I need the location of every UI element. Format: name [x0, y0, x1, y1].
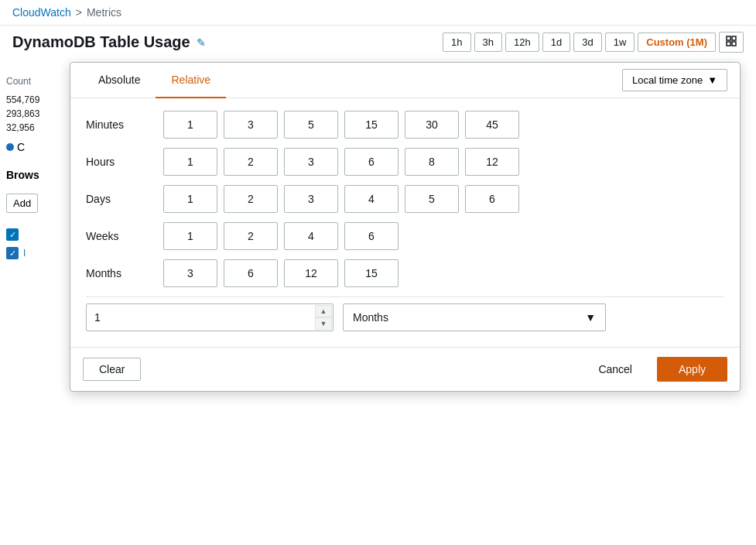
days-btn-6[interactable]: 6 [465, 185, 519, 213]
count-label: Count [0, 70, 62, 90]
breadcrumb-metrics: Metrics [87, 6, 121, 19]
months-btn-6[interactable]: 6 [224, 259, 278, 287]
add-button[interactable]: Add [6, 194, 38, 213]
breadcrumb: CloudWatch > Metrics [12, 6, 121, 19]
days-label: Days [86, 193, 163, 205]
days-btn-2[interactable]: 2 [224, 185, 278, 213]
page-header: DynamoDB Table Usage ✎ 1h 3h 12h 1d 3d 1… [0, 26, 756, 53]
unit-select-arrow-icon: ▼ [585, 311, 596, 324]
time-btn-3h[interactable]: 3h [474, 33, 502, 52]
hours-row: Hours 1 2 3 6 8 12 [86, 148, 724, 176]
minutes-btn-15[interactable]: 15 [344, 111, 399, 139]
svg-rect-0 [727, 36, 730, 40]
legend-item: C [0, 138, 62, 156]
months-row: Months 3 6 12 15 [86, 259, 724, 287]
minutes-btn-30[interactable]: 30 [405, 111, 459, 139]
count-val-2: 293,863 [6, 107, 56, 121]
months-btn-15[interactable]: 15 [344, 259, 399, 287]
custom-input-row: ▲ ▼ Months ▼ [86, 296, 724, 334]
custom-number-input[interactable] [86, 303, 334, 331]
grid-view-button[interactable] [719, 32, 744, 53]
cancel-button[interactable]: Cancel [583, 358, 648, 380]
count-values: 554,769 293,863 32,956 [0, 90, 62, 138]
timezone-select[interactable]: Local time zone ▼ [622, 69, 727, 91]
svg-rect-2 [727, 42, 730, 46]
spinner-up-button[interactable]: ▲ [315, 305, 332, 317]
custom-number-wrap: ▲ ▼ [86, 303, 334, 331]
minutes-btn-3[interactable]: 3 [224, 111, 278, 139]
time-btn-custom[interactable]: Custom (1M) [638, 33, 716, 52]
spinner-buttons: ▲ ▼ [315, 305, 332, 330]
weeks-row: Weeks 1 2 4 6 [86, 222, 724, 250]
legend-dot [6, 143, 14, 151]
svg-rect-1 [732, 36, 736, 40]
checkboxes: ✓ ✓ I [0, 219, 62, 269]
legend-label: C [17, 141, 25, 153]
picker-content: Minutes 1 3 5 15 30 45 Hours 1 2 3 6 [70, 98, 740, 347]
weeks-btn-4[interactable]: 4 [284, 222, 338, 250]
count-val-3: 32,956 [6, 121, 56, 135]
days-btn-5[interactable]: 5 [405, 185, 459, 213]
hours-values: 1 2 3 6 8 12 [163, 148, 519, 176]
minutes-label: Minutes [86, 118, 163, 131]
weeks-values: 1 2 4 6 [163, 222, 399, 250]
checkbox-1[interactable]: ✓ [6, 228, 19, 241]
time-range-buttons: 1h 3h 12h 1d 3d 1w Custom (1M) [443, 32, 744, 53]
hours-btn-3[interactable]: 3 [284, 148, 338, 176]
tab-absolute[interactable]: Absolute [83, 63, 156, 98]
minutes-btn-1[interactable]: 1 [163, 111, 217, 139]
weeks-btn-1[interactable]: 1 [163, 222, 217, 250]
tab-relative[interactable]: Relative [156, 63, 226, 98]
hours-btn-8[interactable]: 8 [405, 148, 459, 176]
days-btn-3[interactable]: 3 [284, 185, 338, 213]
days-btn-4[interactable]: 4 [344, 185, 399, 213]
top-navigation: CloudWatch > Metrics [0, 0, 756, 26]
minutes-btn-45[interactable]: 45 [465, 111, 519, 139]
time-btn-1h[interactable]: 1h [443, 33, 470, 52]
minutes-values: 1 3 5 15 30 45 [163, 111, 519, 139]
weeks-btn-2[interactable]: 2 [224, 222, 278, 250]
months-label: Months [86, 267, 163, 279]
months-btn-12[interactable]: 12 [284, 259, 338, 287]
checkbox-row-1: ✓ [6, 225, 56, 244]
left-sidebar: Count 554,769 293,863 32,956 C Brows Add… [0, 70, 62, 545]
time-btn-1w[interactable]: 1w [605, 33, 635, 52]
spinner-down-button[interactable]: ▼ [315, 317, 332, 330]
breadcrumb-separator: > [76, 6, 82, 19]
svg-rect-3 [732, 42, 736, 46]
breadcrumb-cloudwatch[interactable]: CloudWatch [12, 6, 71, 19]
months-btn-3[interactable]: 3 [163, 259, 217, 287]
tab-list: Absolute Relative [83, 63, 226, 98]
clear-button[interactable]: Clear [83, 358, 141, 381]
minutes-row: Minutes 1 3 5 15 30 45 [86, 111, 724, 139]
apply-button[interactable]: Apply [657, 357, 727, 382]
unit-select[interactable]: Months ▼ [343, 303, 606, 331]
minutes-btn-5[interactable]: 5 [284, 111, 338, 139]
time-btn-3d[interactable]: 3d [573, 33, 601, 52]
hours-btn-12[interactable]: 12 [465, 148, 519, 176]
timezone-label: Local time zone [632, 74, 703, 86]
time-btn-12h[interactable]: 12h [505, 33, 539, 52]
hours-btn-2[interactable]: 2 [224, 148, 278, 176]
footer-right-buttons: Cancel Apply [583, 357, 727, 382]
check-icon-2: ✓ [9, 249, 16, 259]
timezone-arrow-icon: ▼ [707, 74, 717, 86]
days-values: 1 2 3 4 5 6 [163, 185, 519, 213]
count-val-1: 554,769 [6, 93, 56, 107]
page-title: DynamoDB Table Usage [12, 33, 190, 51]
picker-footer: Clear Cancel Apply [70, 347, 740, 391]
edit-icon[interactable]: ✎ [197, 36, 206, 49]
months-values: 3 6 12 15 [163, 259, 399, 287]
tabs-row: Absolute Relative Local time zone ▼ [70, 63, 740, 98]
time-picker-dialog: Absolute Relative Local time zone ▼ Minu… [70, 62, 741, 392]
browse-section: Brows [0, 156, 62, 187]
days-row: Days 1 2 3 4 5 6 [86, 185, 724, 213]
hours-btn-6[interactable]: 6 [344, 148, 399, 176]
time-btn-1d[interactable]: 1d [542, 33, 570, 52]
hours-btn-1[interactable]: 1 [163, 148, 217, 176]
weeks-btn-6[interactable]: 6 [344, 222, 399, 250]
days-btn-1[interactable]: 1 [163, 185, 217, 213]
checkbox-row-2: ✓ I [6, 244, 56, 262]
unit-select-label: Months [353, 311, 388, 324]
checkbox-2[interactable]: ✓ [6, 247, 19, 259]
